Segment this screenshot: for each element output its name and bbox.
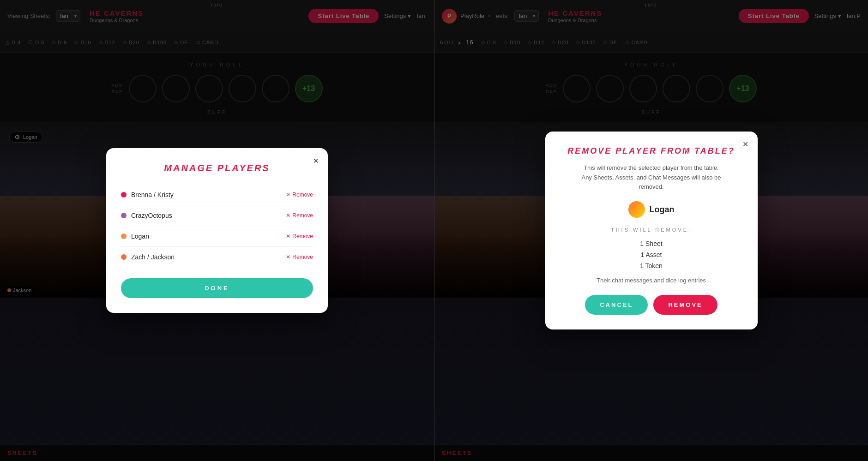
player-row-brenna: Brenna / Kristy ✕ Remove [121, 185, 313, 205]
manage-players-modal: × MANAGE PLAYERS Brenna / Kristy ✕ Remov… [106, 148, 328, 313]
will-remove-label: THIS WILL REMOVE: [560, 227, 743, 233]
remove-confirm-button[interactable]: REMOVE [653, 295, 717, 315]
panel-2: P PlayRole ▾ eets: Ian HE CAVERNS Dungeo… [434, 0, 868, 461]
modal-title: MANAGE PLAYERS [121, 163, 313, 174]
remove-modal-close-button[interactable]: × [743, 139, 748, 150]
remove-x-icon-3: ✕ [286, 233, 290, 239]
remove-player-name: Logan [650, 205, 675, 215]
modal-close-button[interactable]: × [313, 156, 319, 166]
player-info-crazyoctopus: CrazyOctopus [121, 212, 172, 219]
remove-button-zach[interactable]: ✕ Remove [286, 254, 313, 260]
remove-button-brenna[interactable]: ✕ Remove [286, 192, 313, 198]
player-row-zach: Zach / Jackson ✕ Remove [121, 247, 313, 267]
remove-item-asset: 1 Asset [560, 249, 743, 260]
player-dot-crazyoctopus [121, 213, 127, 218]
remove-chat-note: Their chat messages and dice log entries [560, 277, 743, 284]
remove-x-icon-4: ✕ [286, 254, 290, 260]
remove-player-display: Logan [560, 201, 743, 218]
player-name-logan: Logan [131, 233, 149, 240]
player-name-zach: Zach / Jackson [131, 253, 175, 261]
player-info-zach: Zach / Jackson [121, 253, 175, 261]
remove-modal-title: REMOVE PLAYER FROM TABLE? [560, 146, 743, 156]
player-dot-zach [121, 254, 127, 260]
cancel-button[interactable]: CANCEL [585, 295, 648, 315]
done-button[interactable]: DONE [121, 278, 313, 298]
player-info-brenna: Brenna / Kristy [121, 191, 174, 198]
player-row-logan: Logan ✕ Remove [121, 226, 313, 247]
player-dot-logan [121, 233, 127, 239]
remove-player-modal: × REMOVE PLAYER FROM TABLE? This will re… [545, 132, 758, 329]
remove-player-avatar [628, 201, 645, 218]
panel-1: Viewing Sheets: Ian HE CAVERNS Dungeons … [0, 0, 434, 461]
player-name-crazyoctopus: CrazyOctopus [131, 212, 172, 219]
player-row-crazyoctopus: CrazyOctopus ✕ Remove [121, 205, 313, 226]
remove-button-crazyoctopus[interactable]: ✕ Remove [286, 212, 313, 219]
remove-item-token: 1 Token [560, 260, 743, 271]
remove-actions: CANCEL REMOVE [560, 295, 743, 315]
player-name-brenna: Brenna / Kristy [131, 191, 174, 198]
remove-item-sheet: 1 Sheet [560, 238, 743, 249]
panel1-modal-overlay: × MANAGE PLAYERS Brenna / Kristy ✕ Remov… [0, 0, 434, 461]
remove-items-list: 1 Sheet 1 Asset 1 Token [560, 238, 743, 271]
panel2-modal-overlay: × REMOVE PLAYER FROM TABLE? This will re… [434, 0, 868, 461]
remove-modal-description: This will remove the selected player fro… [560, 163, 743, 192]
remove-x-icon-2: ✕ [286, 212, 290, 219]
remove-x-icon: ✕ [286, 192, 290, 198]
player-dot-brenna [121, 192, 127, 198]
remove-button-logan[interactable]: ✕ Remove [286, 233, 313, 239]
player-info-logan: Logan [121, 233, 149, 240]
